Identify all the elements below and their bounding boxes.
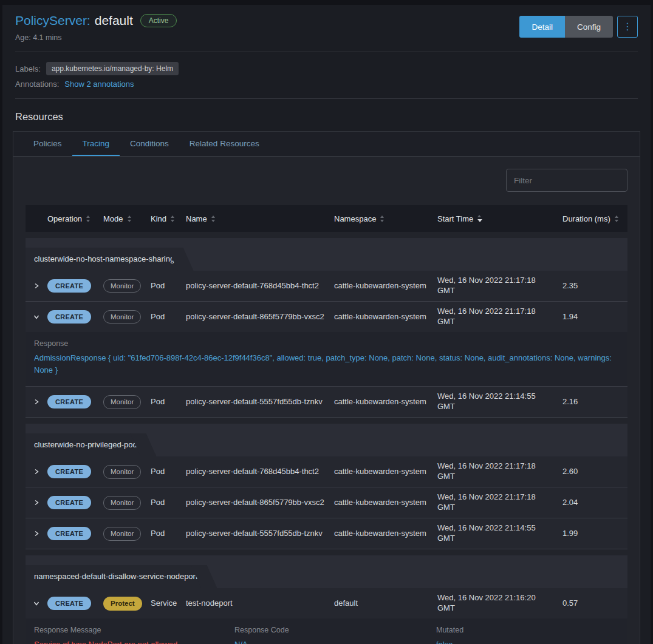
kind-cell: Pod xyxy=(151,498,186,508)
response-message-pair: Response Message Service of type NodePor… xyxy=(34,626,234,644)
detail-button[interactable]: Detail xyxy=(519,16,565,38)
column-header-mode[interactable]: Mode xyxy=(103,214,151,223)
response-code-value: N/A xyxy=(234,640,436,644)
sort-icon xyxy=(128,215,131,222)
header-actions: Detail Config ⋮ xyxy=(519,16,638,38)
expand-toggle[interactable] xyxy=(26,500,47,506)
expand-toggle[interactable] xyxy=(26,283,47,289)
trace-row[interactable]: CREATE Monitor Pod policy-server-default… xyxy=(26,518,627,549)
mode-badge: Monitor xyxy=(103,496,141,510)
policy-group: clusterwide-no-host-namespace-sharing CR… xyxy=(26,238,627,418)
sort-icon xyxy=(171,215,174,222)
group-tab: clusterwide-no-host-namespace-sharing xyxy=(26,248,180,271)
tracing-panel: Operation Mode Kind Name xyxy=(13,157,640,644)
duration-cell: 2.35 xyxy=(562,281,627,291)
column-header-name[interactable]: Name xyxy=(186,214,334,223)
resource-name: default xyxy=(95,13,133,28)
page-title: PolicyServer: default Active xyxy=(15,13,177,28)
trace-row[interactable]: CREATE Protect Service test-nodeport def… xyxy=(26,588,627,619)
annotations-row: Annotations: Show 2 annotations xyxy=(15,80,638,89)
namespace-cell: cattle-kubewarden-system xyxy=(334,312,437,322)
filter-input[interactable] xyxy=(506,169,627,192)
actions-menu-button[interactable]: ⋮ xyxy=(617,16,638,38)
resources-card: Policies Tracing Conditions Related Reso… xyxy=(13,131,640,644)
page-header: PolicyServer: default Active Age: 4.1 mi… xyxy=(13,13,640,42)
mode-badge: Monitor xyxy=(103,527,141,541)
table-row: CREATE Monitor Pod policy-server-default… xyxy=(26,487,627,518)
table-row: CREATE Monitor Pod policy-server-default… xyxy=(26,387,627,418)
trace-row[interactable]: CREATE Monitor Pod policy-server-default… xyxy=(26,387,627,417)
table-row: CREATE Monitor Pod policy-server-default… xyxy=(26,456,627,487)
column-header-operation[interactable]: Operation xyxy=(47,214,103,223)
namespace-cell: cattle-kubewarden-system xyxy=(334,498,437,508)
duration-cell: 0.57 xyxy=(562,598,627,609)
response-detail: Response Message Service of type NodePor… xyxy=(26,619,627,644)
annotations-label: Annotations: xyxy=(15,80,59,89)
tab-conditions[interactable]: Conditions xyxy=(120,132,179,156)
tab-related-resources[interactable]: Related Resources xyxy=(179,132,270,156)
duration-cell: 2.16 xyxy=(562,397,627,407)
namespace-cell: cattle-kubewarden-system xyxy=(334,529,437,539)
expand-toggle[interactable] xyxy=(26,600,47,606)
kind-cell: Pod xyxy=(151,529,186,539)
column-header-duration[interactable]: Duration (ms) xyxy=(562,214,627,223)
table-row: CREATE Monitor Pod policy-server-default… xyxy=(26,271,627,302)
duration-cell: 1.99 xyxy=(562,529,627,539)
start-time-cell: Wed, 16 Nov 2022 21:17:18 GMT xyxy=(437,276,562,296)
group-header: clusterwide-no-privileged-pod xyxy=(26,424,627,456)
mutated-pair: Mutated false xyxy=(436,626,627,644)
trace-row[interactable]: CREATE Monitor Pod policy-server-default… xyxy=(26,271,627,301)
group-header: clusterwide-no-host-namespace-sharing xyxy=(26,238,627,271)
divider xyxy=(15,98,638,99)
response-code-pair: Response Code N/A xyxy=(234,626,436,644)
title-block: PolicyServer: default Active Age: 4.1 mi… xyxy=(15,13,177,42)
operation-badge: CREATE xyxy=(47,496,91,509)
labels-row: Labels: app.kubernetes.io/managed-by: He… xyxy=(15,62,638,75)
column-header-start-time[interactable]: Start Time xyxy=(437,214,562,223)
group-rows: CREATE Protect Service test-nodeport def… xyxy=(26,588,627,644)
table-row: CREATE Monitor Pod policy-server-default… xyxy=(26,518,627,549)
start-time-cell: Wed, 16 Nov 2022 21:17:18 GMT xyxy=(437,307,562,327)
operation-badge: CREATE xyxy=(47,310,91,324)
group-rows: CREATE Monitor Pod policy-server-default… xyxy=(26,271,627,418)
start-time-cell: Wed, 16 Nov 2022 21:17:18 GMT xyxy=(437,461,562,482)
name-cell: policy-server-default-5557fd55db-tznkv xyxy=(186,529,334,539)
policy-group: namespaced-default-disallow-service-node… xyxy=(26,555,627,644)
column-header-namespace[interactable]: Namespace xyxy=(334,214,437,223)
operation-badge: CREATE xyxy=(47,527,91,540)
sort-icon xyxy=(380,215,384,222)
chevron-right-icon xyxy=(33,399,39,405)
name-cell: policy-server-default-5557fd55db-tznkv xyxy=(186,397,334,407)
sort-descending-icon xyxy=(477,215,482,222)
expand-toggle[interactable] xyxy=(26,399,47,405)
config-button[interactable]: Config xyxy=(565,16,613,38)
table-header-row: Operation Mode Kind Name xyxy=(26,205,627,232)
expand-toggle[interactable] xyxy=(26,530,47,537)
start-time-cell: Wed, 16 Nov 2022 21:17:18 GMT xyxy=(437,492,562,513)
response-message-label: Response Message xyxy=(34,626,234,634)
kind-cell: Pod xyxy=(151,397,186,407)
name-cell: policy-server-default-865f5779bb-vxsc2 xyxy=(186,498,334,508)
namespace-cell: cattle-kubewarden-system xyxy=(334,467,437,477)
table-row: CREATE Monitor Pod policy-server-default… xyxy=(26,302,627,387)
chevron-right-icon xyxy=(33,530,39,537)
start-time-cell: Wed, 16 Nov 2022 21:14:55 GMT xyxy=(437,523,562,544)
expand-toggle[interactable] xyxy=(26,469,47,475)
trace-row[interactable]: CREATE Monitor Pod policy-server-default… xyxy=(26,456,627,487)
trace-row[interactable]: CREATE Monitor Pod policy-server-default… xyxy=(26,487,627,518)
annotations-link[interactable]: Show 2 annotations xyxy=(64,80,134,89)
tracing-table: Operation Mode Kind Name xyxy=(26,205,627,644)
trace-row[interactable]: CREATE Monitor Pod policy-server-default… xyxy=(26,302,627,332)
column-header-kind[interactable]: Kind xyxy=(151,214,186,223)
mutated-value: false xyxy=(436,640,627,644)
expand-toggle[interactable] xyxy=(26,314,47,320)
chevron-right-icon xyxy=(33,500,39,506)
tab-policies[interactable]: Policies xyxy=(23,132,72,156)
response-code-label: Response Code xyxy=(234,626,436,634)
name-cell: test-nodeport xyxy=(186,598,334,609)
group-header: namespaced-default-disallow-service-node… xyxy=(26,555,627,588)
group-tab: namespaced-default-disallow-service-node… xyxy=(26,565,204,588)
tab-tracing[interactable]: Tracing xyxy=(72,132,120,156)
chevron-down-icon xyxy=(33,600,39,606)
namespace-cell: cattle-kubewarden-system xyxy=(334,281,437,291)
